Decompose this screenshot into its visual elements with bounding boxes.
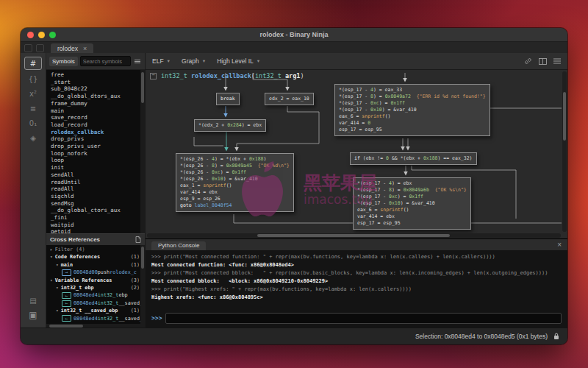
symbol-item[interactable]: _start xyxy=(51,79,139,86)
block-err[interactable]: *(esp_17 - 4) = eax_33*(esp_17 - 8) = 0x… xyxy=(334,84,490,136)
menu-icon[interactable] xyxy=(553,58,561,64)
link-icon[interactable] xyxy=(524,57,532,65)
collapse-icon[interactable]: − xyxy=(150,73,157,79)
symbol-item[interactable]: save_record xyxy=(51,114,139,121)
xref-entry-row[interactable]: ←08048ed4 int32_t __saved_e xyxy=(49,300,145,307)
titlebar[interactable]: rolodex - Binary Ninja xyxy=(21,28,567,42)
symbol-item[interactable]: _fini xyxy=(51,214,139,222)
console-header: Python Console × xyxy=(146,239,567,250)
python-console: Python Console × >>> print("Most connect… xyxy=(146,238,567,328)
console-input-row: >>> xyxy=(146,311,567,328)
console-tab[interactable]: Python Console xyxy=(151,241,206,250)
code-ref-icon: → xyxy=(62,269,71,276)
console-close-icon[interactable]: × xyxy=(557,241,562,249)
block-store[interactable]: *(edx_2 + 0x284) = ebx xyxy=(194,119,266,132)
variable-ref-icon: ← xyxy=(62,300,71,307)
main-area: ELF▼Graph▼High Level IL▼ xyxy=(146,53,567,328)
tab-nav-back-button[interactable] xyxy=(24,44,32,52)
function-signature[interactable]: −int32_t rolodex_callback(int32_t arg1) xyxy=(150,72,304,79)
symbol-item[interactable]: drop_privs_user xyxy=(51,143,139,150)
symbol-item[interactable]: __do_global_dtors_aux xyxy=(51,93,139,100)
symbol-item[interactable]: free xyxy=(51,71,139,79)
xrefs-group-row[interactable]: ▾main(1) xyxy=(49,261,145,269)
tags-icon[interactable]: ◈ xyxy=(25,132,41,144)
block-ok-s[interactable]: *(esp_17 - 4) = ebx*(esp_17 - 8) = 0x804… xyxy=(353,177,471,230)
variables-icon[interactable]: x² xyxy=(25,88,41,99)
symbol-item[interactable]: frame_dummy xyxy=(51,100,139,107)
graph-hscrollbar[interactable] xyxy=(147,233,561,238)
binary-ninja-window: rolodex - Binary Ninja rolodex × #{}x²≣0… xyxy=(21,28,567,344)
cross-references-tree: ▸Filter (4)▾Code References(1)▾main(1)→0… xyxy=(46,245,145,324)
block-break[interactable]: break xyxy=(216,93,240,105)
xref-entry-row[interactable]: ←08048ed4 int32_t __saved_e xyxy=(49,315,145,322)
window-title: rolodex - Binary Ninja xyxy=(21,31,567,38)
symbol-item[interactable]: readAll xyxy=(51,185,139,193)
symbol-item[interactable]: main xyxy=(51,107,139,115)
xrefs-group-row[interactable]: ▾int32_t ebp(2) xyxy=(49,284,145,291)
memory-map-icon[interactable]: ▤ xyxy=(25,294,41,306)
xref-entry-row[interactable]: ←08048ed4 int32_t ebp xyxy=(49,291,145,299)
symbols-list: free_startsub_8048c22__do_global_dtors_a… xyxy=(46,70,145,233)
cross-references-panel: Cross References ▸Filter (4)▾Code Refere… xyxy=(46,233,145,328)
symbol-item[interactable]: waitpid xyxy=(51,222,139,229)
symbol-item[interactable]: rolodex_callback xyxy=(51,129,139,136)
stack-icon[interactable]: ≣ xyxy=(25,102,41,114)
console-input-field[interactable] xyxy=(165,313,562,324)
symbol-item[interactable]: sendMsg xyxy=(51,200,139,208)
console-prompt: >>> xyxy=(151,315,162,322)
xrefs-group-row[interactable]: ▾int32_t __saved_ebp(1) xyxy=(49,307,145,314)
xrefs-filter-row[interactable]: ▸Filter (4) xyxy=(49,246,145,253)
symbols-panel-title: Symbols xyxy=(49,57,78,66)
export-document-icon[interactable] xyxy=(135,236,141,243)
selection-status: Selection: 0x8048ed4 to 0x8048ed5 (0x1 b… xyxy=(415,333,548,340)
console-command-line: >>> print("Most connected bblock: " + re… xyxy=(151,269,562,277)
symbol-item[interactable]: init xyxy=(51,164,139,171)
graph-view[interactable]: −int32_t rolodex_callback(int32_t arg1) … xyxy=(146,70,567,238)
symbols-scrollbar[interactable] xyxy=(140,70,145,233)
block-edx[interactable]: edx_2 = eax_10 xyxy=(265,93,314,105)
split-view-icon[interactable] xyxy=(539,58,547,65)
cross-references-title: Cross References xyxy=(50,236,100,243)
tab-close-icon[interactable]: × xyxy=(83,46,87,52)
symbol-item[interactable]: __do_global_ctors_aux xyxy=(51,207,139,214)
view-toolbar: ELF▼Graph▼High Level IL▼ xyxy=(146,53,567,70)
left-panel: Symbols free_startsub_8048c22__do_global… xyxy=(46,53,146,328)
toolbar-menu-graph[interactable]: Graph▼ xyxy=(182,57,206,65)
toolbar-menu-elf[interactable]: ELF▼ xyxy=(152,57,171,65)
block-ok-d[interactable]: *(esp_26 - 4) = *(ebx + 0x188)*(esp_26 -… xyxy=(176,153,294,212)
desktop-wallpaper: rolodex - Binary Ninja rolodex × #{}x²≣0… xyxy=(0,0,588,368)
tab-nav-forward-button[interactable] xyxy=(36,44,44,52)
console-result-line: Most connected function: <func: x86@0x80… xyxy=(151,261,562,269)
strings-icon[interactable]: 0₁ xyxy=(25,117,41,129)
console-command-line: >>> print("Highest xrefs: " + repr(max(b… xyxy=(151,286,562,294)
types-icon[interactable]: {} xyxy=(25,73,41,85)
search-symbols-input[interactable] xyxy=(80,56,131,66)
toolbar-menu-high-level-il[interactable]: High Level IL▼ xyxy=(217,57,260,65)
tab-rolodex[interactable]: rolodex × xyxy=(51,43,93,54)
graph-vscrollbar[interactable] xyxy=(562,71,567,232)
symbol-item[interactable]: loop_nofork xyxy=(51,150,139,158)
symbol-item[interactable]: load_record xyxy=(51,121,139,129)
symbols-panel-header: Symbols xyxy=(46,53,145,70)
symbols-icon[interactable]: # xyxy=(24,57,42,70)
symbol-item[interactable]: sigchld xyxy=(51,193,139,200)
block-if[interactable]: if (ebx != 0 && *(ebx + 0x188) == eax_32… xyxy=(350,152,477,165)
variable-ref-icon: ← xyxy=(62,292,71,299)
xrefs-group-row[interactable]: ▾Variable References(3) xyxy=(49,277,145,284)
symbols-menu-icon[interactable] xyxy=(133,60,142,63)
xref-entry-row[interactable]: →08048d00 push rolodex_c xyxy=(49,269,145,276)
symbol-item[interactable]: getgid xyxy=(51,228,139,233)
symbol-item[interactable]: sub_8048c22 xyxy=(51,85,139,93)
symbol-item[interactable]: sendAll xyxy=(51,171,139,179)
panels-icon[interactable]: ▣ xyxy=(25,309,41,321)
variable-ref-icon: ← xyxy=(62,315,71,322)
console-output: >>> print("Most connected function: " + … xyxy=(146,250,567,311)
tab-label: rolodex xyxy=(57,45,78,52)
symbol-item[interactable]: readUntil xyxy=(51,179,139,186)
xrefs-group-row[interactable]: ▾Code References(1) xyxy=(49,253,145,261)
xrefs-scrollbar[interactable] xyxy=(140,245,145,324)
symbol-item[interactable]: drop_privs xyxy=(51,135,139,143)
lock-icon[interactable] xyxy=(553,333,559,340)
console-result-line: Most connected bblock: <block: x86@0x804… xyxy=(151,277,562,286)
symbol-item[interactable]: loop xyxy=(51,157,139,164)
